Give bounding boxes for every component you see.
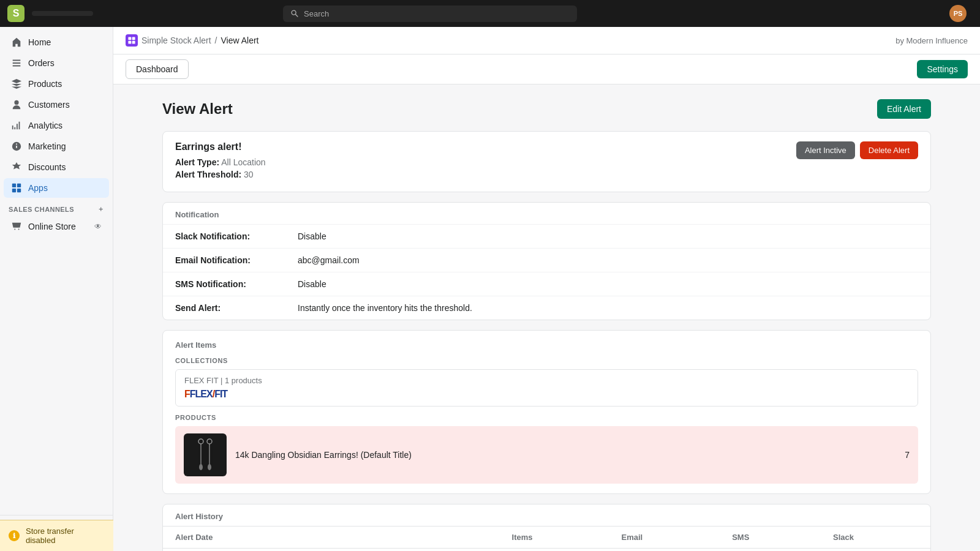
page-content: View Alert Edit Alert Earrings alert! Al… xyxy=(113,84,980,551)
discounts-icon xyxy=(11,162,22,173)
alert-card: Earrings alert! Alert Type: All Location… xyxy=(162,131,931,192)
search-bar[interactable]: Search xyxy=(283,6,577,22)
search-container: Search xyxy=(283,6,577,22)
page-title: View Alert xyxy=(162,100,233,118)
sidebar-item-label: Home xyxy=(28,37,51,47)
row-items: 1 xyxy=(500,549,609,552)
alert-actions: Alert Inctive Delete Alert xyxy=(796,141,918,159)
sidebar-item-orders[interactable]: Orders xyxy=(4,53,109,73)
row-date: January 13th 2021, 11:58:42 am xyxy=(163,549,500,552)
history-table-body: January 13th 2021, 11:58:42 am 1 Sent xyxy=(163,549,930,552)
col-sms: SMS xyxy=(720,527,821,549)
app-header: Simple Stock Alert / View Alert by Moder… xyxy=(113,27,980,54)
sidebar-item-analytics[interactable]: Analytics xyxy=(4,116,109,135)
analytics-icon xyxy=(11,120,22,131)
sidebar-item-label: Analytics xyxy=(28,121,62,130)
alert-items-title: Alert Items xyxy=(175,340,918,350)
row-sms xyxy=(720,549,821,552)
product-name: 14k Dangling Obsidian Earrings! (Default… xyxy=(235,450,896,460)
history-table-header-row: Alert Date Items Email SMS Slack xyxy=(163,527,930,549)
sms-notification-row: SMS Notification: Disable xyxy=(163,272,930,296)
sidebar-item-discounts[interactable]: Discounts xyxy=(4,157,109,177)
svg-point-10 xyxy=(199,464,203,470)
sidebar-item-label: Marketing xyxy=(28,141,66,151)
by-text: by Modern Influence xyxy=(895,36,968,45)
topbar: S Search PS xyxy=(0,0,980,27)
sidebar-item-online-store[interactable]: Online Store 👁 xyxy=(4,217,109,236)
svg-point-8 xyxy=(198,439,203,444)
app-icon xyxy=(126,34,138,47)
add-sales-channel-button[interactable]: ＋ xyxy=(97,204,104,214)
topbar-right: PS xyxy=(949,5,973,22)
row-slack xyxy=(821,549,930,552)
store-transfer-banner: ℹ Store transfer disabled xyxy=(0,520,113,551)
svg-rect-4 xyxy=(128,37,131,40)
alert-type: Alert Type: All Location xyxy=(175,157,266,167)
store-selector[interactable] xyxy=(32,11,93,16)
history-table-head: Alert Date Items Email SMS Slack xyxy=(163,527,930,549)
svg-rect-2 xyxy=(12,189,16,192)
store-transfer-label: Store transfer disabled xyxy=(26,527,105,545)
sidebar-item-products[interactable]: Products xyxy=(4,74,109,94)
dashboard-button[interactable]: Dashboard xyxy=(126,59,189,79)
sidebar-item-marketing[interactable]: Marketing xyxy=(4,137,109,156)
search-icon xyxy=(290,9,299,18)
online-store-visibility-icon[interactable]: 👁 xyxy=(94,222,102,231)
search-placeholder: Search xyxy=(304,9,329,18)
sidebar-item-label: Apps xyxy=(28,183,48,193)
avatar[interactable]: PS xyxy=(949,5,967,22)
online-store-icon xyxy=(11,221,22,232)
collections-label: COLLECTIONS xyxy=(175,357,918,364)
action-bar: Dashboard Settings xyxy=(113,54,980,84)
svg-point-13 xyxy=(208,464,211,470)
content-area: Simple Stock Alert / View Alert by Moder… xyxy=(113,27,980,551)
alert-history-title: Alert History xyxy=(163,504,930,527)
svg-rect-5 xyxy=(132,37,135,40)
svg-rect-3 xyxy=(17,189,21,192)
collection-row: FLEX FIT | 1 products FFLEX/FIT xyxy=(175,369,918,407)
collection-name: FLEX FIT | 1 products xyxy=(184,376,262,385)
alert-title: Earrings alert! xyxy=(175,141,266,152)
product-row: 14k Dangling Obsidian Earrings! (Default… xyxy=(175,426,918,484)
marketing-icon xyxy=(11,141,22,152)
main-layout: Home Orders Products Customers Analytics… xyxy=(0,27,980,551)
customers-icon xyxy=(11,99,22,110)
sales-channels-header: SALES CHANNELS ＋ xyxy=(0,198,113,216)
settings-button[interactable]: Settings xyxy=(917,60,968,78)
shopify-logo: S xyxy=(7,5,24,22)
sidebar-item-home[interactable]: Home xyxy=(4,32,109,52)
alert-items-card: Alert Items COLLECTIONS FLEX FIT | 1 pro… xyxy=(162,330,931,494)
history-table: Alert Date Items Email SMS Slack January… xyxy=(163,527,930,551)
store-transfer-icon: ℹ xyxy=(9,530,20,541)
col-date: Alert Date xyxy=(163,527,500,549)
flexfit-logo: FFLEX/FIT xyxy=(184,389,262,400)
history-table-row: January 13th 2021, 11:58:42 am 1 Sent xyxy=(163,549,930,552)
col-slack: Slack xyxy=(821,527,930,549)
home-icon xyxy=(11,37,22,48)
edit-alert-button[interactable]: Edit Alert xyxy=(877,99,931,119)
sidebar-item-customers[interactable]: Customers xyxy=(4,95,109,114)
svg-rect-6 xyxy=(128,41,131,44)
notification-card: Notification Slack Notification: Disable… xyxy=(162,202,931,320)
earring-svg xyxy=(190,437,221,473)
products-label: PRODUCTS xyxy=(175,414,918,421)
delete-alert-button[interactable]: Delete Alert xyxy=(860,141,918,159)
product-image xyxy=(184,433,227,476)
alert-info: Earrings alert! Alert Type: All Location… xyxy=(175,141,266,182)
alert-inactive-button[interactable]: Alert Inctive xyxy=(796,141,855,159)
sidebar-item-apps[interactable]: Apps xyxy=(4,178,109,198)
alert-top-row: Earrings alert! Alert Type: All Location… xyxy=(175,141,918,182)
svg-point-11 xyxy=(207,439,212,444)
orders-icon xyxy=(11,58,22,69)
sidebar: Home Orders Products Customers Analytics… xyxy=(0,27,113,551)
breadcrumb: Simple Stock Alert / View Alert xyxy=(126,34,259,47)
sidebar-item-label: Orders xyxy=(28,58,55,68)
breadcrumb-current: View Alert xyxy=(221,36,259,45)
alert-threshold: Alert Threshold: 30 xyxy=(175,170,266,179)
breadcrumb-separator: / xyxy=(215,36,217,45)
collection-info-block: FLEX FIT | 1 products FFLEX/FIT xyxy=(184,376,262,400)
col-items: Items xyxy=(500,527,609,549)
sidebar-item-label: Customers xyxy=(28,100,70,110)
breadcrumb-app-name[interactable]: Simple Stock Alert xyxy=(141,36,211,45)
product-count: 7 xyxy=(905,450,910,460)
